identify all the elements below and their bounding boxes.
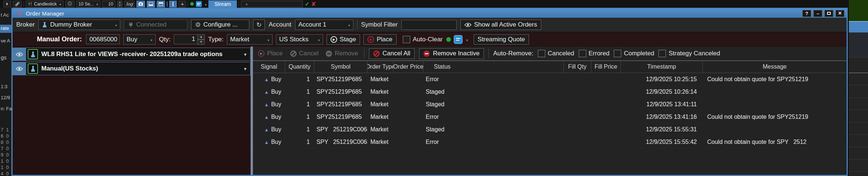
auto-remove-errored: Errored	[579, 50, 610, 57]
auto-clear-checkbox[interactable]	[403, 36, 410, 43]
status-value: Staged	[423, 126, 564, 133]
col-fill-qty[interactable]: Fill Qty	[564, 61, 591, 73]
timestamp-value: 12/9/2025 13:41:16	[621, 114, 703, 120]
chevron-down-icon[interactable]	[204, 1, 207, 7]
chevron-down-icon[interactable]	[465, 36, 468, 43]
background-text: 1:3	[1, 84, 7, 89]
col-symbol[interactable]: Symbol	[314, 61, 367, 73]
order-manager-window: Order Manager ? Broker Dummy Broker Conn…	[11, 8, 848, 176]
col-order-type[interactable]: Order Type	[367, 61, 394, 73]
market-combo[interactable]: US Stocks	[276, 34, 323, 45]
configure-button[interactable]: Configure ...	[191, 20, 249, 30]
iqfeed-icon[interactable]	[454, 36, 462, 43]
visibility-toggle[interactable]	[13, 62, 26, 75]
canceled-checkbox[interactable]	[538, 50, 545, 57]
symbol-value: SPY251219P685	[314, 101, 367, 108]
background-numbers: 7 1 6 0 8 0 7 0 9 0 1 0 1 0 4 0	[1, 127, 9, 176]
account-combo[interactable]: Account 1	[295, 20, 353, 30]
col-fill-price[interactable]: Fill Price	[591, 61, 621, 73]
window-layout-button[interactable]	[157, 1, 165, 7]
gear-icon	[67, 0, 73, 8]
plug-icon	[128, 22, 134, 28]
order-type-value: Market	[230, 36, 249, 43]
side-combo[interactable]: Buy	[123, 34, 156, 45]
interval-combo[interactable]: 10 Se...	[76, 1, 100, 7]
split-layout-button[interactable]	[147, 1, 155, 7]
help-button[interactable]: ?	[802, 10, 811, 17]
log-scale-button[interactable]: log	[124, 1, 135, 7]
panel-splitter[interactable]	[250, 46, 253, 175]
remove-inactive-button[interactable]: Remove Inactive	[419, 48, 484, 59]
chevron-down-icon[interactable]	[244, 52, 246, 57]
show-active-orders-button[interactable]: Show all Active Orders	[460, 20, 541, 30]
strategy-name: WL8 RHS1 Lite for VIEWS -receiver- 20251…	[41, 51, 240, 58]
buy-triangle-icon	[264, 139, 269, 145]
refresh-accounts-button[interactable]	[253, 20, 265, 30]
background-text: t Ac	[1, 12, 9, 18]
chart-settings-button[interactable]	[65, 1, 75, 7]
order-type-combo[interactable]: Market	[227, 34, 273, 45]
completed-checkbox[interactable]	[614, 50, 621, 57]
chevron-down-icon	[245, 1, 248, 7]
manual-symbol-input[interactable]	[86, 34, 120, 44]
chart-style-combo[interactable]: Candlestick	[26, 1, 63, 7]
strategy-icon-box	[28, 49, 38, 59]
strategy-canceled-checkbox[interactable]	[658, 50, 666, 57]
iqfeed-icon[interactable]	[196, 1, 202, 7]
col-quantity[interactable]: Quantity	[285, 61, 314, 73]
check-icon[interactable]: ✓	[305, 1, 309, 7]
col-status[interactable]: Status	[423, 61, 564, 73]
timestamp-value: 12/9/2025 10:26:14	[621, 89, 703, 95]
cross-icon[interactable]: ✘	[311, 1, 316, 7]
no-symbol-icon	[290, 51, 297, 57]
place-button[interactable]: Place	[363, 34, 397, 45]
add-button[interactable]: +	[179, 1, 186, 7]
stage-button[interactable]: Stage	[326, 34, 360, 45]
timestamp-value: 12/9/2025 13:41:11	[621, 101, 703, 108]
symbol-value: SPY 251219C00685000	[314, 139, 367, 145]
order-row[interactable]: Buy 1 SPY 251219C00685000 Market Error 1…	[253, 136, 847, 148]
canceled-label: Canceled	[548, 50, 574, 57]
chevron-down-icon[interactable]	[244, 66, 246, 72]
interval-stepper[interactable]: ▲▼	[117, 1, 122, 7]
stepper-up-icon[interactable]: ▲	[117, 1, 122, 4]
strategy-row[interactable]: Manual(US Stocks)	[13, 62, 250, 75]
order-row[interactable]: Buy 1 SPY251219P685 Market Error 12/9/20…	[253, 111, 847, 123]
close-button[interactable]	[836, 10, 844, 17]
minimize-button[interactable]	[813, 10, 822, 17]
interval-value-input[interactable]: 10	[102, 1, 115, 7]
empty-combo[interactable]	[241, 1, 303, 7]
order-row[interactable]: Buy 1 SPY251219P685 Market Staged 12/9/2…	[253, 86, 847, 98]
col-message[interactable]: Message	[703, 61, 847, 73]
cancel-all-button[interactable]: Cancel All	[369, 48, 415, 59]
qty-input[interactable]	[174, 34, 197, 44]
order-row[interactable]: Buy 1 SPY251219P685 Market Error 12/9/20…	[253, 73, 847, 86]
visibility-toggle[interactable]	[13, 48, 26, 61]
completed-label: Completed	[624, 50, 654, 57]
strategy-row[interactable]: WL8 RHS1 Lite for VIEWS -receiver- 20251…	[13, 48, 250, 61]
order-row[interactable]: Buy 1 SPY251219P685 Market Staged 12/9/2…	[253, 98, 847, 111]
remove-order-label: Remove	[335, 50, 358, 57]
stepper-down-icon[interactable]: ▼	[197, 39, 205, 45]
symbol-filter-input[interactable]	[401, 20, 457, 30]
errored-checkbox[interactable]	[579, 50, 586, 57]
type-label: Type:	[208, 36, 224, 43]
link-button[interactable]	[13, 1, 22, 7]
maximize-button[interactable]	[824, 10, 833, 17]
streaming-quote-button[interactable]: Streaming Quote	[474, 34, 529, 45]
order-row[interactable]: Buy 1 SPY 251219C00685000 Market Staged …	[253, 123, 847, 136]
titlebar[interactable]: Order Manager ?	[13, 9, 847, 18]
background-window-left: t Ac rate ve A gs 1:3 12/9 n: Fa 7 1 6 0…	[0, 8, 11, 176]
play-circle-icon	[258, 50, 264, 57]
col-timestamp[interactable]: Timestamp	[621, 61, 703, 73]
stepper-down-icon[interactable]: ▼	[117, 4, 122, 7]
auto-remove-completed: Completed	[614, 50, 654, 57]
snapshot-button[interactable]	[136, 1, 145, 7]
stepper-up-icon[interactable]: ▲	[197, 34, 205, 39]
col-signal[interactable]: Signal	[253, 61, 285, 73]
stream-button[interactable]: Stream	[208, 0, 237, 8]
lightning-button[interactable]	[3, 1, 11, 7]
broker-combo[interactable]: Dummy Broker	[38, 20, 120, 30]
vertical-bar-button[interactable]	[169, 1, 177, 7]
col-order-price[interactable]: Order Price	[394, 61, 423, 73]
